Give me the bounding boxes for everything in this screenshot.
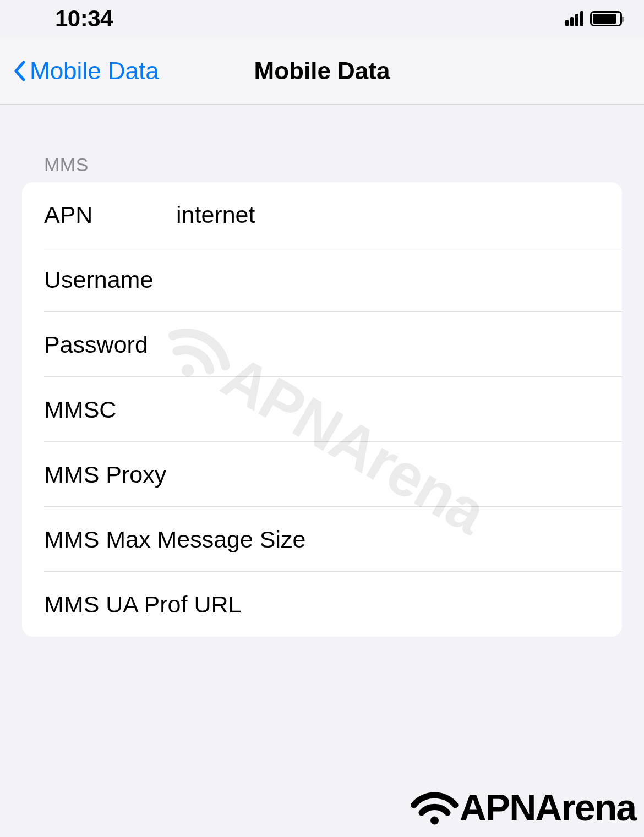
row-username[interactable]: Username [22,247,622,312]
row-mmsc[interactable]: MMSC [22,377,622,442]
nav-bar: Mobile Data Mobile Data [0,37,644,105]
label-mms-proxy: MMS Proxy [44,461,177,488]
label-apn: APN [44,201,176,228]
input-apn[interactable] [176,201,600,228]
row-mms-ua-prof-url[interactable]: MMS UA Prof URL [22,572,622,637]
label-mms-ua-prof-url: MMS UA Prof URL [44,591,600,618]
label-password: Password [44,331,176,358]
input-mmsc[interactable] [176,396,600,423]
label-mms-max-size: MMS Max Message Size [44,526,600,553]
status-bar: 10:34 [0,0,644,37]
settings-panel: APN Username Password MMSC MMS Proxy MMS… [22,182,622,637]
input-password[interactable] [176,331,600,358]
row-mms-proxy[interactable]: MMS Proxy [22,442,622,507]
wifi-icon [408,787,461,828]
footer-logo: APNArena [408,786,636,829]
back-button[interactable]: Mobile Data [13,57,159,85]
input-username[interactable] [176,266,600,293]
nav-title: Mobile Data [254,57,390,85]
section-header-mms: MMS [22,105,622,182]
cellular-signal-icon [565,11,583,26]
label-username: Username [44,266,176,293]
row-apn[interactable]: APN [22,182,622,247]
back-label: Mobile Data [30,57,159,85]
status-icons [565,11,622,26]
svg-point-1 [430,816,439,824]
chevron-left-icon [13,61,25,81]
input-mms-proxy[interactable] [177,461,600,488]
row-password[interactable]: Password [22,312,622,377]
battery-icon [590,11,622,26]
status-time: 10:34 [55,6,113,32]
label-mmsc: MMSC [44,396,176,423]
row-mms-max-size[interactable]: MMS Max Message Size [22,507,622,572]
